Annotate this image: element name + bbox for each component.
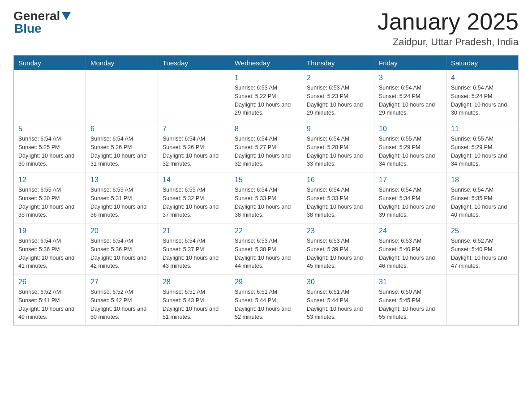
calendar-cell: 17Sunrise: 6:54 AMSunset: 5:34 PMDayligh… — [374, 172, 446, 223]
weekday-header-thursday: Thursday — [302, 56, 374, 71]
day-number: 29 — [235, 278, 297, 286]
day-number: 22 — [235, 227, 297, 235]
day-number: 26 — [18, 278, 81, 286]
calendar-cell: 30Sunrise: 6:51 AMSunset: 5:44 PMDayligh… — [302, 274, 374, 325]
day-number: 25 — [451, 227, 514, 235]
day-info: Sunrise: 6:52 AMSunset: 5:40 PMDaylight:… — [451, 237, 514, 270]
calendar-cell: 10Sunrise: 6:55 AMSunset: 5:29 PMDayligh… — [374, 121, 446, 172]
weekday-header-friday: Friday — [374, 56, 446, 71]
day-number: 8 — [235, 125, 297, 133]
day-number: 9 — [307, 125, 369, 133]
day-number: 17 — [379, 176, 442, 184]
day-number: 3 — [379, 74, 442, 82]
week-row-2: 12Sunrise: 6:55 AMSunset: 5:30 PMDayligh… — [14, 172, 519, 223]
day-info: Sunrise: 6:54 AMSunset: 5:24 PMDaylight:… — [451, 84, 514, 117]
day-info: Sunrise: 6:53 AMSunset: 5:40 PMDaylight:… — [379, 237, 442, 270]
calendar-cell: 18Sunrise: 6:54 AMSunset: 5:35 PMDayligh… — [446, 172, 519, 223]
calendar-cell: 1Sunrise: 6:53 AMSunset: 5:22 PMDaylight… — [230, 70, 302, 121]
calendar-cell: 20Sunrise: 6:54 AMSunset: 5:36 PMDayligh… — [86, 223, 158, 274]
title-block: January 2025 Zaidpur, Uttar Pradesh, Ind… — [378, 9, 519, 48]
day-info: Sunrise: 6:55 AMSunset: 5:29 PMDaylight:… — [379, 135, 442, 168]
day-number: 24 — [379, 227, 442, 235]
calendar-cell: 14Sunrise: 6:55 AMSunset: 5:32 PMDayligh… — [158, 172, 230, 223]
day-number: 30 — [307, 278, 369, 286]
day-info: Sunrise: 6:54 AMSunset: 5:27 PMDaylight:… — [235, 135, 297, 168]
calendar-cell: 13Sunrise: 6:55 AMSunset: 5:31 PMDayligh… — [86, 172, 158, 223]
calendar-cell: 2Sunrise: 6:53 AMSunset: 5:23 PMDaylight… — [302, 70, 374, 121]
day-number: 18 — [451, 176, 514, 184]
calendar-subtitle: Zaidpur, Uttar Pradesh, India — [378, 36, 519, 48]
calendar-title: January 2025 — [378, 9, 519, 34]
calendar-cell — [86, 70, 158, 121]
calendar-cell: 19Sunrise: 6:54 AMSunset: 5:36 PMDayligh… — [14, 223, 86, 274]
day-number: 4 — [451, 74, 514, 82]
day-info: Sunrise: 6:54 AMSunset: 5:25 PMDaylight:… — [18, 135, 81, 168]
calendar-cell: 16Sunrise: 6:54 AMSunset: 5:33 PMDayligh… — [302, 172, 374, 223]
calendar-cell: 11Sunrise: 6:55 AMSunset: 5:29 PMDayligh… — [446, 121, 519, 172]
day-info: Sunrise: 6:54 AMSunset: 5:24 PMDaylight:… — [379, 84, 442, 117]
weekday-header-sunday: Sunday — [14, 56, 86, 71]
day-info: Sunrise: 6:51 AMSunset: 5:44 PMDaylight:… — [235, 288, 297, 321]
calendar-cell: 29Sunrise: 6:51 AMSunset: 5:44 PMDayligh… — [230, 274, 302, 325]
calendar-cell: 24Sunrise: 6:53 AMSunset: 5:40 PMDayligh… — [374, 223, 446, 274]
day-number: 14 — [163, 176, 225, 184]
logo-blue-text: Blue — [14, 21, 42, 36]
calendar-cell: 23Sunrise: 6:53 AMSunset: 5:39 PMDayligh… — [302, 223, 374, 274]
day-number: 31 — [379, 278, 442, 286]
weekday-header-monday: Monday — [86, 56, 158, 71]
day-info: Sunrise: 6:54 AMSunset: 5:36 PMDaylight:… — [18, 237, 81, 270]
week-row-1: 5Sunrise: 6:54 AMSunset: 5:25 PMDaylight… — [14, 121, 519, 172]
day-number: 10 — [379, 125, 442, 133]
calendar-cell — [158, 70, 230, 121]
week-row-4: 26Sunrise: 6:52 AMSunset: 5:41 PMDayligh… — [14, 274, 519, 325]
day-info: Sunrise: 6:54 AMSunset: 5:35 PMDaylight:… — [451, 186, 514, 219]
day-info: Sunrise: 6:52 AMSunset: 5:42 PMDaylight:… — [90, 288, 153, 321]
day-info: Sunrise: 6:54 AMSunset: 5:26 PMDaylight:… — [163, 135, 225, 168]
calendar-cell: 8Sunrise: 6:54 AMSunset: 5:27 PMDaylight… — [230, 121, 302, 172]
day-number: 12 — [18, 176, 81, 184]
day-number: 27 — [90, 278, 153, 286]
day-info: Sunrise: 6:55 AMSunset: 5:32 PMDaylight:… — [163, 186, 225, 219]
day-number: 21 — [163, 227, 225, 235]
day-info: Sunrise: 6:51 AMSunset: 5:43 PMDaylight:… — [163, 288, 225, 321]
day-info: Sunrise: 6:51 AMSunset: 5:44 PMDaylight:… — [307, 288, 369, 321]
day-number: 5 — [18, 125, 81, 133]
calendar-cell: 5Sunrise: 6:54 AMSunset: 5:25 PMDaylight… — [14, 121, 86, 172]
day-number: 13 — [90, 176, 153, 184]
day-number: 7 — [163, 125, 225, 133]
day-info: Sunrise: 6:53 AMSunset: 5:38 PMDaylight:… — [235, 237, 297, 270]
weekday-header-wednesday: Wednesday — [230, 56, 302, 71]
calendar-cell: 25Sunrise: 6:52 AMSunset: 5:40 PMDayligh… — [446, 223, 519, 274]
week-row-3: 19Sunrise: 6:54 AMSunset: 5:36 PMDayligh… — [14, 223, 519, 274]
day-number: 16 — [307, 176, 369, 184]
calendar-cell: 6Sunrise: 6:54 AMSunset: 5:26 PMDaylight… — [86, 121, 158, 172]
week-row-0: 1Sunrise: 6:53 AMSunset: 5:22 PMDaylight… — [14, 70, 519, 121]
calendar-cell: 28Sunrise: 6:51 AMSunset: 5:43 PMDayligh… — [158, 274, 230, 325]
day-info: Sunrise: 6:55 AMSunset: 5:31 PMDaylight:… — [90, 186, 153, 219]
calendar-cell: 3Sunrise: 6:54 AMSunset: 5:24 PMDaylight… — [374, 70, 446, 121]
calendar-cell: 12Sunrise: 6:55 AMSunset: 5:30 PMDayligh… — [14, 172, 86, 223]
day-info: Sunrise: 6:54 AMSunset: 5:26 PMDaylight:… — [90, 135, 153, 168]
day-number: 23 — [307, 227, 369, 235]
day-number: 1 — [235, 74, 297, 82]
calendar-cell: 26Sunrise: 6:52 AMSunset: 5:41 PMDayligh… — [14, 274, 86, 325]
day-number: 28 — [163, 278, 225, 286]
calendar-cell: 15Sunrise: 6:54 AMSunset: 5:33 PMDayligh… — [230, 172, 302, 223]
calendar-cell — [446, 274, 519, 325]
calendar-cell: 21Sunrise: 6:54 AMSunset: 5:37 PMDayligh… — [158, 223, 230, 274]
calendar-cell: 27Sunrise: 6:52 AMSunset: 5:42 PMDayligh… — [86, 274, 158, 325]
page-header: General Blue January 2025 Zaidpur, Uttar… — [13, 9, 519, 48]
day-info: Sunrise: 6:55 AMSunset: 5:30 PMDaylight:… — [18, 186, 81, 219]
day-info: Sunrise: 6:52 AMSunset: 5:41 PMDaylight:… — [18, 288, 81, 321]
calendar-cell — [14, 70, 86, 121]
calendar-cell: 7Sunrise: 6:54 AMSunset: 5:26 PMDaylight… — [158, 121, 230, 172]
day-number: 15 — [235, 176, 297, 184]
calendar-cell: 22Sunrise: 6:53 AMSunset: 5:38 PMDayligh… — [230, 223, 302, 274]
calendar-cell: 9Sunrise: 6:54 AMSunset: 5:28 PMDaylight… — [302, 121, 374, 172]
day-info: Sunrise: 6:54 AMSunset: 5:28 PMDaylight:… — [307, 135, 369, 168]
day-info: Sunrise: 6:53 AMSunset: 5:39 PMDaylight:… — [307, 237, 369, 270]
weekday-header-row: SundayMondayTuesdayWednesdayThursdayFrid… — [14, 56, 519, 71]
day-info: Sunrise: 6:54 AMSunset: 5:33 PMDaylight:… — [235, 186, 297, 219]
day-info: Sunrise: 6:55 AMSunset: 5:29 PMDaylight:… — [451, 135, 514, 168]
day-info: Sunrise: 6:54 AMSunset: 5:37 PMDaylight:… — [163, 237, 225, 270]
